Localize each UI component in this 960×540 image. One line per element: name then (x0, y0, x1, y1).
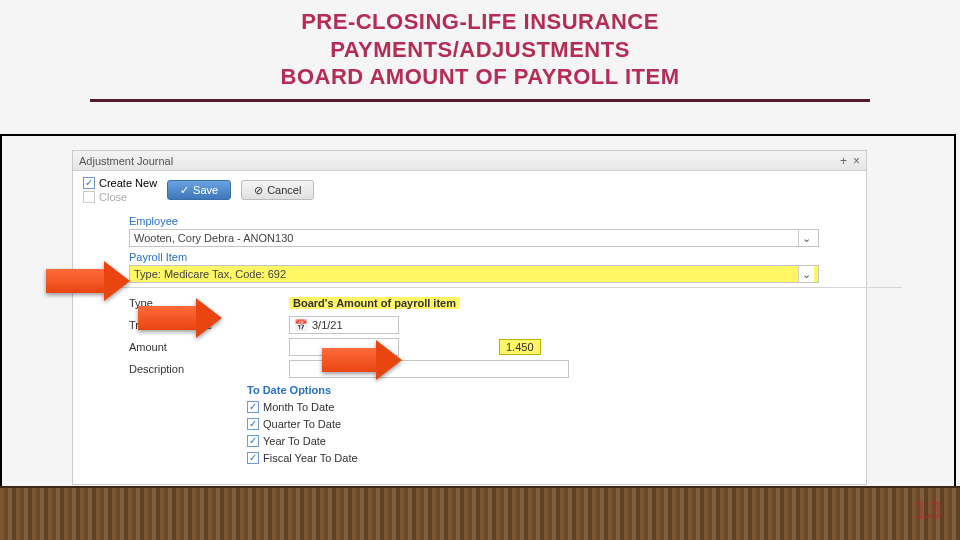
fytd-checkbox[interactable]: ✓ (247, 452, 259, 464)
cancel-button-label: Cancel (267, 184, 301, 196)
description-row: Description (129, 358, 846, 380)
chevron-down-icon: ⌄ (798, 230, 814, 246)
window-title: Adjustment Journal (79, 155, 173, 167)
check-icon: ✓ (180, 184, 189, 197)
type-row: Type Board's Amount of payroll item (129, 292, 846, 314)
cancel-icon: ⊘ (254, 184, 263, 197)
chevron-down-icon: ⌄ (798, 266, 814, 282)
opt-fytd: ✓ Fiscal Year To Date (247, 449, 846, 466)
slide-title: PRE-CLOSING-LIFE INSURANCE PAYMENTS/ADJU… (0, 0, 960, 95)
window-titlebar: Adjustment Journal + × (73, 151, 866, 171)
divider (73, 287, 902, 288)
payroll-item-select[interactable]: Type: Medicare Tax, Code: 692 ⌄ (129, 265, 819, 283)
payroll-item-label: Payroll Item (129, 251, 846, 263)
amount-highlight: 1.450 (499, 339, 541, 355)
transaction-date-input[interactable]: 📅 3/1/21 (289, 316, 399, 334)
window-controls: + × (840, 154, 860, 168)
toolbar-check-group: ✓ Create New Close (83, 177, 157, 203)
calendar-icon: 📅 (294, 319, 308, 332)
description-label: Description (129, 363, 247, 375)
ytd-checkbox[interactable]: ✓ (247, 435, 259, 447)
payroll-item-value: Type: Medicare Tax, Code: 692 (134, 268, 286, 280)
title-line-1: PRE-CLOSING-LIFE INSURANCE (0, 8, 960, 36)
page-number: 13 (913, 495, 942, 526)
mtd-checkbox[interactable]: ✓ (247, 401, 259, 413)
amount-label: Amount (129, 341, 247, 353)
type-value: Board's Amount of payroll item (289, 297, 460, 309)
cancel-button[interactable]: ⊘ Cancel (241, 180, 314, 200)
save-button-label: Save (193, 184, 218, 196)
to-date-header: To Date Options (247, 384, 846, 396)
employee-value: Wooten, Cory Debra - ANON130 (134, 232, 293, 244)
qtd-label: Quarter To Date (263, 418, 341, 430)
wood-floor-background (0, 486, 960, 540)
window-close-icon[interactable]: × (853, 154, 860, 168)
transaction-date-value: 3/1/21 (312, 319, 343, 331)
window-new-icon[interactable]: + (840, 154, 847, 168)
callout-arrow-2 (138, 298, 222, 338)
employee-select[interactable]: Wooten, Cory Debra - ANON130 ⌄ (129, 229, 819, 247)
title-line-3: BOARD AMOUNT OF PAYROLL ITEM (0, 63, 960, 91)
opt-qtd: ✓ Quarter To Date (247, 415, 846, 432)
qtd-checkbox[interactable]: ✓ (247, 418, 259, 430)
mtd-label: Month To Date (263, 401, 334, 413)
toolbar: ✓ Create New Close ✓ Save ⊘ Cancel (73, 171, 866, 209)
opt-ytd: ✓ Year To Date (247, 432, 846, 449)
callout-arrow-1 (46, 261, 130, 301)
close-checkbox[interactable] (83, 191, 95, 203)
title-underline (90, 99, 870, 102)
ytd-label: Year To Date (263, 435, 326, 447)
title-line-2: PAYMENTS/ADJUSTMENTS (0, 36, 960, 64)
create-new-label: Create New (99, 177, 157, 189)
employee-label: Employee (129, 215, 846, 227)
save-button[interactable]: ✓ Save (167, 180, 231, 200)
amount-row: Amount 1.450 (129, 336, 846, 358)
callout-arrow-3 (322, 340, 402, 380)
close-label: Close (99, 191, 127, 203)
opt-mtd: ✓ Month To Date (247, 398, 846, 415)
fytd-label: Fiscal Year To Date (263, 452, 358, 464)
create-new-checkbox[interactable]: ✓ (83, 177, 95, 189)
transaction-date-row: Transaction Date 📅 3/1/21 (129, 314, 846, 336)
